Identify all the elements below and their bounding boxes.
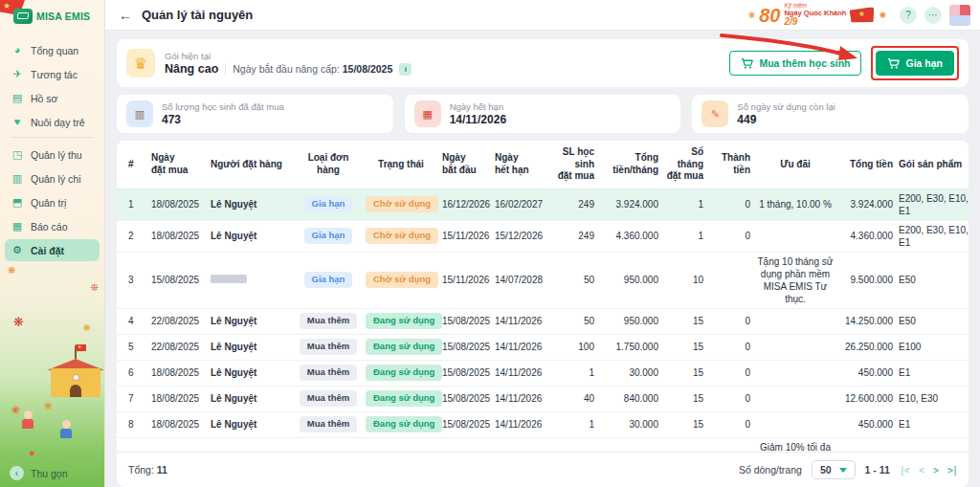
cell-student-qty: 50 — [546, 274, 597, 286]
cell-price-per-month: 4.360.000 — [597, 230, 661, 242]
sidebar-item-báo-cáo[interactable]: ▦Báo cáo — [5, 215, 100, 237]
sidebar-item-tương-tác[interactable]: ✈Tương tác — [5, 63, 100, 85]
order-type-badge: Mua thêm — [300, 339, 357, 355]
divider — [225, 63, 226, 76]
cell-buyer: Lê Nguyệt — [208, 366, 294, 379]
column-header: Người đặt hàng — [208, 159, 294, 171]
cell-order-type: Gia hạn — [294, 228, 363, 244]
sidebar-menu: ◕Tổng quan✈Tương tác▤Hồ sơ♥Nuôi dạy trẻ◳… — [0, 32, 104, 263]
main-area: ← Quản lý tài nguyên ❋ 80 Kỷ niệm Ngày Q… — [105, 0, 980, 487]
cell-months: 1 — [661, 198, 706, 210]
status-badge: Chờ sử dụng — [366, 228, 438, 244]
table-row[interactable]: 818/08/2025Lê NguyệtMua thêmĐang sử dụng… — [117, 412, 969, 438]
cell-index: 5 — [125, 341, 148, 353]
gear-icon: ⚙ — [11, 245, 24, 255]
table-row[interactable]: 618/08/2025Lê NguyệtMua thêmĐang sử dụng… — [117, 361, 969, 387]
help-button[interactable]: ? — [900, 7, 917, 24]
cell-price-per-month: 3.924.000 — [597, 198, 661, 210]
first-page-icon[interactable]: |< — [900, 465, 909, 476]
order-type-badge: Gia hạn — [304, 196, 353, 212]
app-switcher-icon[interactable] — [949, 5, 970, 26]
upgrade-date: Ngày bắt đầu nâng cấp: 15/08/2025 — [233, 63, 392, 75]
cell-buyer: Lê Nguyệt — [208, 198, 294, 210]
table-row[interactable]: 422/08/2025Lê NguyệtMua thêmĐang sử dụng… — [117, 309, 969, 335]
vietnam-flag-icon: ★ — [850, 7, 876, 24]
table-row[interactable]: 118/08/2025Lê NguyệtGia hạnChờ sử dụng16… — [117, 189, 969, 221]
table-row[interactable]: 718/08/2025Lê NguyệtMua thêmĐang sử dụng… — [117, 387, 969, 412]
prev-page-icon[interactable]: < — [919, 465, 924, 476]
collapse-sidebar-button[interactable]: ‹ Thu gọn — [0, 461, 104, 487]
sidebar-item-tổng-quan[interactable]: ◕Tổng quan — [5, 39, 100, 61]
column-header: Số tháng đặt mua — [661, 146, 706, 183]
column-header: # — [125, 159, 148, 171]
cell-order-date: 18/08/2025 — [148, 366, 208, 379]
cell-months: 1 — [661, 230, 706, 242]
app-root: ★ MISA EMIS ◕Tổng quan✈Tương tác▤Hồ sơ♥N… — [0, 0, 980, 487]
cell-status: Đang sử dụng — [363, 416, 439, 432]
cell-promo: Tặng 10 tháng sử dụng phần mềm MISA EMIS… — [753, 255, 837, 305]
back-arrow-icon[interactable]: ← — [119, 8, 132, 23]
cell-student-qty: 50 — [546, 315, 597, 327]
cell-order-type: Mua thêm — [294, 416, 363, 432]
column-header: Ưu đãi — [753, 159, 837, 171]
cell-months: 15 — [661, 341, 706, 353]
status-badge: Đang sử dụng — [366, 339, 442, 355]
cell-start-date: 15/11/2026 — [439, 230, 492, 242]
sidebar-item-quản-trị[interactable]: ⬒Quản trị — [5, 191, 100, 213]
cell-price-per-month: 30.000 — [597, 366, 661, 379]
sidebar-item-label: Tương tác — [31, 69, 78, 80]
sidebar-item-cài-đặt[interactable]: ⚙Cài đặt — [5, 239, 100, 261]
buy-more-students-button[interactable]: Mua thêm học sinh — [729, 51, 861, 76]
cell-student-qty: 1 — [546, 418, 597, 431]
column-header: Ngày hết hạn — [492, 152, 546, 176]
firework-icon: ❊ — [91, 282, 99, 293]
info-icon[interactable]: i — [399, 63, 412, 76]
cell-buyer: Lê Nguyệt — [208, 315, 294, 327]
sidebar-item-hồ-sơ[interactable]: ▤Hồ sơ — [5, 87, 100, 109]
heart-icon: ♥ — [11, 117, 24, 127]
cell-order-date: 22/08/2025 — [148, 341, 208, 353]
last-page-icon[interactable]: >| — [947, 465, 957, 476]
cell-status: Chờ sử dụng — [363, 228, 439, 244]
cell-total: 450.000 — [837, 418, 896, 431]
pompom-icon: ❀ — [11, 404, 20, 416]
rows-per-page-select[interactable]: 50 — [812, 460, 856, 479]
sidebar-item-label: Quản lý thu — [31, 149, 82, 161]
table-row[interactable]: 218/08/2025Lê NguyệtGia hạnChờ sử dụng15… — [117, 221, 969, 253]
cell-order-type: Mua thêm — [294, 390, 363, 407]
stat-value: 473 — [162, 113, 284, 126]
cell-amount: 0 — [706, 366, 753, 379]
more-button[interactable]: ⋯ — [924, 7, 942, 24]
stat-label: Số lượng học sinh đã đặt mua — [162, 101, 284, 112]
table-row[interactable]: 315/08/2025Gia hạnChờ sử dụng15/11/20261… — [117, 253, 969, 309]
sidebar-item-quản-lý-thu[interactable]: ◳Quản lý thu — [5, 144, 100, 166]
stat-label: Ngày hết hạn — [450, 101, 506, 112]
cell-end-date: 16/02/2027 — [492, 198, 546, 210]
pagination: Số dòng/trang 50 1 - 11 |< < > >| — [739, 460, 957, 479]
sidebar-item-quản-lý-chi[interactable]: ▥Quản lý chi — [5, 167, 100, 189]
column-header: SL học sinh đặt mua — [546, 146, 597, 183]
renew-button[interactable]: Gia hạn — [876, 51, 954, 76]
order-type-badge: Mua thêm — [300, 365, 357, 381]
crown-icon: ♛ — [126, 49, 155, 77]
current-package-label: Gói hiện tại — [165, 51, 412, 61]
page-range: 1 - 11 — [865, 464, 890, 476]
cell-order-type: Mua thêm — [294, 313, 363, 329]
package-name: Nâng cao — [165, 62, 218, 76]
pencil-icon: ✎ — [702, 100, 728, 127]
table-body: 118/08/2025Lê NguyệtGia hạnChờ sử dụng16… — [117, 189, 969, 453]
firework-icon: ❋ — [8, 265, 15, 276]
cell-order-date: 18/08/2025 — [148, 392, 208, 405]
firework-icon: ✺ — [83, 322, 91, 333]
cell-total: 450.000 — [837, 366, 896, 379]
cell-months: 15 — [661, 315, 706, 327]
table-row[interactable]: 915/08/2025Lê NguyệtMua thêmĐang sử dụng… — [117, 438, 969, 453]
next-page-icon[interactable]: > — [933, 465, 938, 476]
cell-end-date: 14/07/2028 — [492, 274, 546, 286]
cell-order-date: 15/08/2025 — [148, 274, 208, 286]
cell-student-qty: 100 — [546, 341, 597, 353]
cell-index: 7 — [125, 392, 148, 405]
sidebar-item-nuôi-dạy-trẻ[interactable]: ♥Nuôi dạy trẻ — [5, 111, 100, 133]
cell-products: E50 — [896, 315, 969, 327]
table-row[interactable]: 522/08/2025Lê NguyệtMua thêmĐang sử dụng… — [117, 335, 969, 361]
